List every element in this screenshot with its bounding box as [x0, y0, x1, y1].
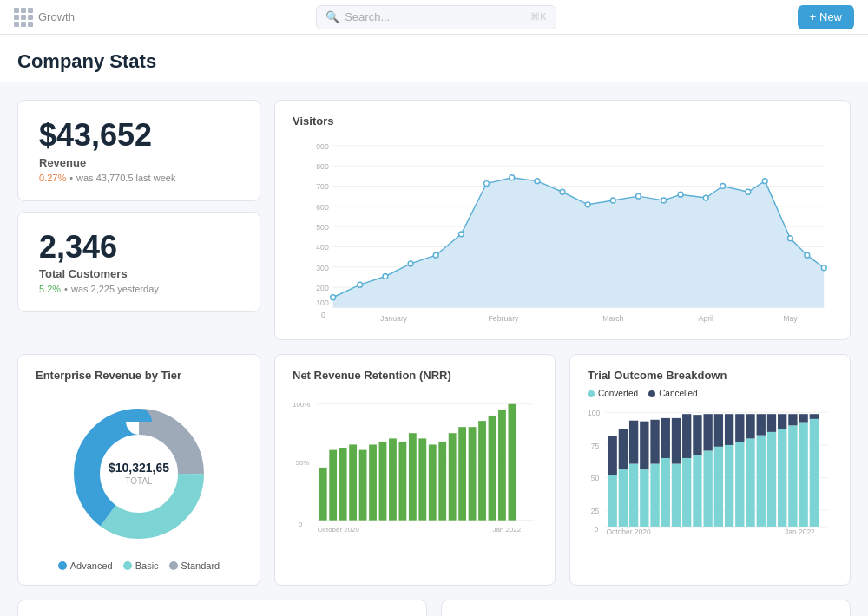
svg-rect-59 [329, 450, 337, 521]
svg-rect-96 [640, 469, 648, 527]
revenue-label: Revenue [39, 156, 239, 169]
trial-title: Trial Outcome Breakdown [588, 369, 832, 382]
legend-converted-label: Converted [598, 389, 638, 398]
svg-point-20 [358, 282, 363, 287]
svg-rect-106 [693, 455, 701, 527]
svg-text:25: 25 [591, 507, 600, 515]
row-2: Enterprise Revenue by Tier $10,321,65 TO… [17, 354, 851, 586]
search-shortcut: ⌘K [530, 11, 546, 23]
page-title: Company Stats [17, 50, 851, 73]
svg-point-24 [458, 232, 464, 237]
svg-rect-108 [703, 451, 712, 527]
customers-stat-card: 2,346 Total Customers 5.2% • was 2,225 y… [17, 212, 260, 313]
svg-rect-100 [661, 458, 670, 527]
embedding-card: 1,100 Embedding users [441, 600, 851, 616]
svg-text:200: 200 [316, 284, 329, 292]
customers-dot: • [64, 284, 68, 294]
legend-cancelled-label: Cancelled [659, 389, 697, 398]
donut-legend: Advanced Basic Standard [58, 560, 220, 571]
svg-rect-69 [429, 444, 437, 520]
nrr-title: Net Revenue Retention (NRR) [293, 369, 537, 382]
svg-text:0: 0 [595, 526, 599, 534]
svg-point-34 [703, 195, 708, 200]
legend-basic: Basic [123, 560, 159, 571]
svg-text:January: January [380, 314, 408, 323]
svg-rect-119 [757, 414, 766, 435]
svg-text:50%: 50% [296, 459, 310, 467]
svg-rect-116 [746, 438, 754, 527]
svg-point-31 [636, 193, 641, 199]
nrr-card: Net Revenue Retention (NRR) 100% 50% 0 [274, 354, 556, 586]
svg-rect-64 [379, 442, 387, 521]
svg-rect-90 [608, 475, 617, 527]
legend-cancelled: Cancelled [648, 389, 697, 398]
donut-wrap: $10,321,65 TOTAL Advanced Basic Standard [36, 389, 242, 571]
main-content: $43,652 Revenue 0.27% • was 43,770.5 las… [0, 82, 868, 616]
svg-text:April: April [698, 314, 713, 323]
svg-text:800: 800 [316, 162, 329, 171]
svg-text:TOTAL: TOTAL [125, 476, 153, 486]
enterprise-title: Enterprise Revenue by Tier [36, 369, 242, 382]
svg-rect-75 [489, 416, 496, 521]
svg-rect-60 [339, 448, 347, 521]
legend-standard-label: Standard [181, 560, 220, 571]
svg-text:February: February [488, 314, 519, 323]
svg-rect-71 [449, 433, 457, 520]
svg-rect-70 [438, 442, 446, 521]
new-button[interactable]: + New [798, 5, 854, 29]
svg-text:May: May [783, 314, 798, 323]
svg-rect-92 [619, 469, 628, 527]
svg-text:October 2020: October 2020 [318, 526, 360, 534]
svg-point-40 [821, 265, 826, 271]
customers-value: 2,346 [39, 230, 239, 265]
svg-text:Jan 2022: Jan 2022 [492, 526, 521, 534]
logo-grid-icon [14, 8, 33, 27]
svg-rect-77 [509, 404, 516, 521]
svg-point-35 [720, 184, 726, 189]
svg-rect-112 [725, 445, 733, 527]
topnav: Growth 🔍 Search... ⌘K + New [0, 0, 868, 35]
trial-card: Trial Outcome Breakdown Converted Cancel… [569, 354, 851, 586]
row-1: $43,652 Revenue 0.27% • was 43,770.5 las… [17, 100, 851, 340]
svg-text:400: 400 [316, 243, 329, 252]
svg-text:500: 500 [316, 223, 329, 232]
svg-rect-66 [398, 442, 406, 521]
revenue-sub: 0.27% • was 43,770.5 last week [39, 173, 239, 183]
svg-point-33 [678, 192, 683, 197]
revenue-value: $43,652 [39, 118, 239, 153]
svg-text:March: March [602, 314, 623, 323]
svg-rect-105 [682, 414, 691, 458]
svg-text:Jan 2022: Jan 2022 [785, 528, 815, 536]
svg-rect-101 [661, 418, 670, 458]
svg-rect-74 [478, 421, 486, 521]
svg-rect-95 [629, 421, 638, 464]
svg-rect-107 [693, 415, 701, 455]
search-bar[interactable]: 🔍 Search... ⌘K [316, 5, 556, 29]
svg-rect-122 [778, 429, 786, 527]
svg-rect-115 [735, 414, 744, 442]
svg-rect-121 [767, 414, 776, 432]
svg-rect-91 [608, 436, 617, 475]
svg-point-26 [510, 175, 515, 180]
donut-svg: $10,321,65 TOTAL [61, 396, 217, 552]
svg-rect-65 [389, 438, 397, 520]
legend-basic-label: Basic [135, 560, 159, 571]
search-icon: 🔍 [326, 10, 339, 23]
visitors-title: Visitors [293, 115, 832, 128]
svg-point-39 [805, 252, 810, 258]
svg-point-29 [585, 202, 590, 207]
svg-text:October 2020: October 2020 [606, 528, 651, 536]
stat-cards: $43,652 Revenue 0.27% • was 43,770.5 las… [17, 100, 260, 340]
svg-text:100%: 100% [293, 401, 310, 409]
trial-legend: Converted Cancelled [588, 389, 832, 398]
svg-rect-128 [810, 419, 819, 527]
visitors-card: Visitors 900 800 700 600 500 400 300 200… [274, 100, 851, 340]
svg-rect-61 [349, 444, 357, 520]
svg-text:700: 700 [316, 182, 329, 191]
svg-rect-110 [714, 447, 723, 527]
svg-rect-62 [359, 450, 367, 521]
svg-rect-127 [799, 414, 807, 422]
svg-rect-114 [735, 442, 744, 527]
svg-rect-63 [369, 444, 377, 520]
svg-rect-125 [788, 414, 797, 425]
